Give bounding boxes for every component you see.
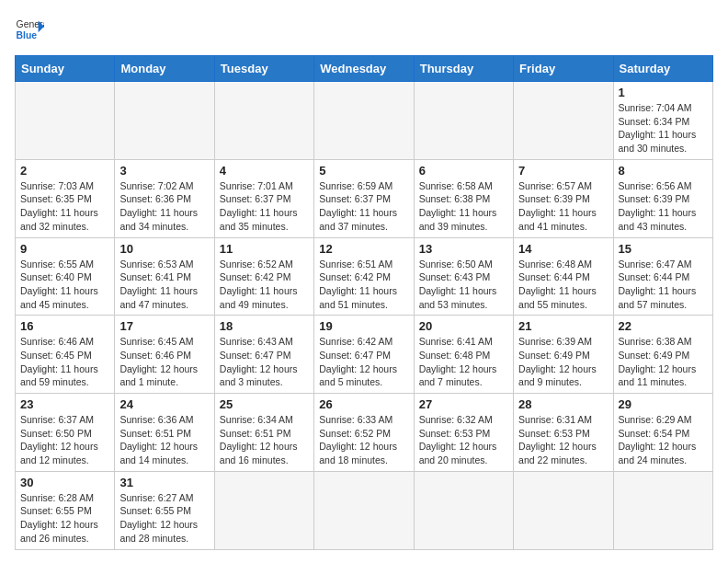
day-number: 17 <box>119 319 209 333</box>
calendar-cell: 17Sunrise: 6:45 AM Sunset: 6:46 PM Dayli… <box>115 316 214 394</box>
calendar-cell: 10Sunrise: 6:53 AM Sunset: 6:41 PM Dayli… <box>115 237 214 316</box>
calendar-cell: 25Sunrise: 6:34 AM Sunset: 6:51 PM Dayli… <box>214 394 313 472</box>
calendar-cell <box>414 471 513 549</box>
day-info: Sunrise: 6:47 AM Sunset: 6:44 PM Dayligh… <box>619 258 708 312</box>
day-number: 18 <box>220 319 309 333</box>
day-number: 11 <box>220 242 309 256</box>
day-number: 14 <box>518 242 608 256</box>
day-number: 6 <box>419 164 508 178</box>
calendar-cell <box>214 471 313 549</box>
day-number: 9 <box>20 242 109 256</box>
calendar-week-row: 2Sunrise: 7:03 AM Sunset: 6:35 PM Daylig… <box>16 159 713 237</box>
calendar-cell: 30Sunrise: 6:28 AM Sunset: 6:55 PM Dayli… <box>16 471 115 549</box>
day-info: Sunrise: 6:28 AM Sunset: 6:55 PM Dayligh… <box>20 491 109 546</box>
calendar-cell <box>115 82 214 160</box>
calendar-cell <box>514 82 613 160</box>
day-number: 22 <box>619 319 708 333</box>
calendar-cell: 18Sunrise: 6:43 AM Sunset: 6:47 PM Dayli… <box>214 316 313 394</box>
calendar-cell: 7Sunrise: 6:57 AM Sunset: 6:39 PM Daylig… <box>514 159 613 237</box>
day-number: 13 <box>419 242 508 256</box>
day-info: Sunrise: 6:53 AM Sunset: 6:41 PM Dayligh… <box>119 258 209 312</box>
day-number: 24 <box>119 397 209 411</box>
day-info: Sunrise: 6:43 AM Sunset: 6:47 PM Dayligh… <box>220 335 309 389</box>
day-number: 27 <box>419 397 508 411</box>
day-header-wednesday: Wednesday <box>314 56 414 82</box>
day-number: 1 <box>619 86 708 99</box>
day-header-tuesday: Tuesday <box>214 56 313 82</box>
day-info: Sunrise: 6:38 AM Sunset: 6:49 PM Dayligh… <box>619 335 708 389</box>
calendar-cell: 9Sunrise: 6:55 AM Sunset: 6:40 PM Daylig… <box>16 237 115 316</box>
calendar-cell: 2Sunrise: 7:03 AM Sunset: 6:35 PM Daylig… <box>16 159 115 237</box>
calendar-cell: 21Sunrise: 6:39 AM Sunset: 6:49 PM Dayli… <box>514 316 613 394</box>
calendar-week-row: 9Sunrise: 6:55 AM Sunset: 6:40 PM Daylig… <box>16 237 713 316</box>
day-header-friday: Friday <box>514 56 613 82</box>
day-info: Sunrise: 6:58 AM Sunset: 6:38 PM Dayligh… <box>419 179 508 234</box>
day-info: Sunrise: 6:55 AM Sunset: 6:40 PM Dayligh… <box>20 258 109 312</box>
calendar-cell: 16Sunrise: 6:46 AM Sunset: 6:45 PM Dayli… <box>16 316 115 394</box>
day-info: Sunrise: 6:46 AM Sunset: 6:45 PM Dayligh… <box>20 335 109 389</box>
logo-icon: General Blue <box>15 15 44 44</box>
day-number: 25 <box>220 397 309 411</box>
calendar-cell: 22Sunrise: 6:38 AM Sunset: 6:49 PM Dayli… <box>613 316 712 394</box>
day-number: 21 <box>518 319 608 333</box>
calendar-cell: 5Sunrise: 6:59 AM Sunset: 6:37 PM Daylig… <box>314 159 414 237</box>
calendar-cell <box>314 82 414 160</box>
day-number: 16 <box>20 319 109 333</box>
calendar-cell: 29Sunrise: 6:29 AM Sunset: 6:54 PM Dayli… <box>613 394 712 472</box>
day-number: 12 <box>319 242 408 256</box>
day-info: Sunrise: 6:27 AM Sunset: 6:55 PM Dayligh… <box>119 491 209 546</box>
calendar-cell: 27Sunrise: 6:32 AM Sunset: 6:53 PM Dayli… <box>414 394 513 472</box>
calendar-cell: 19Sunrise: 6:42 AM Sunset: 6:47 PM Dayli… <box>314 316 414 394</box>
day-info: Sunrise: 6:41 AM Sunset: 6:48 PM Dayligh… <box>419 335 508 389</box>
calendar-cell: 24Sunrise: 6:36 AM Sunset: 6:51 PM Dayli… <box>115 394 214 472</box>
day-header-saturday: Saturday <box>613 56 712 82</box>
calendar-cell: 11Sunrise: 6:52 AM Sunset: 6:42 PM Dayli… <box>214 237 313 316</box>
day-info: Sunrise: 6:31 AM Sunset: 6:53 PM Dayligh… <box>518 413 608 467</box>
day-info: Sunrise: 6:29 AM Sunset: 6:54 PM Dayligh… <box>619 413 708 467</box>
day-number: 4 <box>220 164 309 178</box>
calendar-week-row: 30Sunrise: 6:28 AM Sunset: 6:55 PM Dayli… <box>16 471 713 549</box>
calendar-cell: 26Sunrise: 6:33 AM Sunset: 6:52 PM Dayli… <box>314 394 414 472</box>
calendar-week-row: 16Sunrise: 6:46 AM Sunset: 6:45 PM Dayli… <box>16 316 713 394</box>
calendar-cell <box>16 82 115 160</box>
day-number: 30 <box>20 476 109 489</box>
day-number: 3 <box>119 164 209 178</box>
day-info: Sunrise: 6:39 AM Sunset: 6:49 PM Dayligh… <box>518 335 608 389</box>
day-header-monday: Monday <box>115 56 214 82</box>
calendar: SundayMondayTuesdayWednesdayThursdayFrid… <box>15 55 713 550</box>
day-number: 23 <box>20 397 109 411</box>
day-info: Sunrise: 7:02 AM Sunset: 6:36 PM Dayligh… <box>119 179 209 234</box>
calendar-cell <box>613 471 712 549</box>
day-header-sunday: Sunday <box>16 56 115 82</box>
day-number: 20 <box>419 319 508 333</box>
day-info: Sunrise: 7:03 AM Sunset: 6:35 PM Dayligh… <box>20 179 109 234</box>
day-info: Sunrise: 6:48 AM Sunset: 6:44 PM Dayligh… <box>518 258 608 312</box>
day-number: 28 <box>518 397 608 411</box>
day-info: Sunrise: 6:42 AM Sunset: 6:47 PM Dayligh… <box>319 335 408 389</box>
day-info: Sunrise: 7:01 AM Sunset: 6:37 PM Dayligh… <box>220 179 309 234</box>
calendar-cell: 14Sunrise: 6:48 AM Sunset: 6:44 PM Dayli… <box>514 237 613 316</box>
calendar-cell: 1Sunrise: 7:04 AM Sunset: 6:34 PM Daylig… <box>613 82 712 160</box>
day-info: Sunrise: 6:37 AM Sunset: 6:50 PM Dayligh… <box>20 413 109 467</box>
day-info: Sunrise: 6:51 AM Sunset: 6:42 PM Dayligh… <box>319 258 408 312</box>
day-info: Sunrise: 7:04 AM Sunset: 6:34 PM Dayligh… <box>619 101 708 155</box>
day-info: Sunrise: 6:57 AM Sunset: 6:39 PM Dayligh… <box>518 179 608 234</box>
day-number: 2 <box>20 164 109 178</box>
day-info: Sunrise: 6:59 AM Sunset: 6:37 PM Dayligh… <box>319 179 408 234</box>
day-info: Sunrise: 6:52 AM Sunset: 6:42 PM Dayligh… <box>220 258 309 312</box>
calendar-cell: 15Sunrise: 6:47 AM Sunset: 6:44 PM Dayli… <box>613 237 712 316</box>
calendar-cell: 31Sunrise: 6:27 AM Sunset: 6:55 PM Dayli… <box>115 471 214 549</box>
day-info: Sunrise: 6:56 AM Sunset: 6:39 PM Dayligh… <box>619 179 708 234</box>
calendar-cell: 4Sunrise: 7:01 AM Sunset: 6:37 PM Daylig… <box>214 159 313 237</box>
day-info: Sunrise: 6:34 AM Sunset: 6:51 PM Dayligh… <box>220 413 309 467</box>
day-info: Sunrise: 6:32 AM Sunset: 6:53 PM Dayligh… <box>419 413 508 467</box>
calendar-cell <box>314 471 414 549</box>
calendar-header-row: SundayMondayTuesdayWednesdayThursdayFrid… <box>16 56 713 82</box>
calendar-cell: 13Sunrise: 6:50 AM Sunset: 6:43 PM Dayli… <box>414 237 513 316</box>
header: General Blue <box>15 15 713 44</box>
day-number: 8 <box>619 164 708 178</box>
calendar-week-row: 1Sunrise: 7:04 AM Sunset: 6:34 PM Daylig… <box>16 82 713 160</box>
day-number: 26 <box>319 397 408 411</box>
calendar-cell <box>414 82 513 160</box>
day-number: 7 <box>518 164 608 178</box>
